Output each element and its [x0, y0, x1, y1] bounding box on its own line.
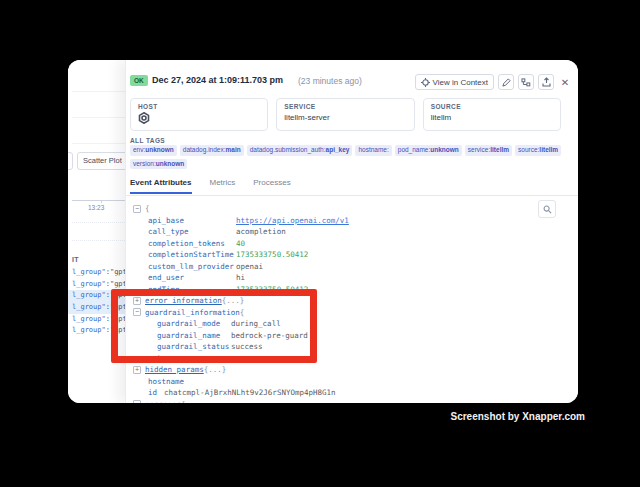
list-item[interactable]: l_group":"gpt- — [68, 290, 125, 302]
list-item[interactable]: l_group":"gpt- — [68, 302, 125, 314]
host-card[interactable]: HOST — [130, 98, 268, 131]
tab-processes[interactable]: Processes — [253, 178, 290, 194]
attribute-key[interactable]: end_user — [148, 272, 236, 284]
attribute-key[interactable]: guardrail_name — [157, 330, 231, 342]
tag-pill[interactable]: datadog.submission_auth:api_key — [247, 145, 353, 156]
attribute-key[interactable]: guardrail_information — [145, 307, 240, 319]
close-button[interactable]: ✕ — [558, 74, 572, 90]
collapse-icon[interactable]: − — [133, 205, 141, 213]
attribute-row-end_user: end_userhi — [133, 272, 574, 284]
expand-icon[interactable]: + — [133, 366, 141, 374]
attribute-row-guardrail_name: guardrail_namebedrock-pre-guard — [133, 330, 574, 342]
list-item[interactable]: l_group":"gpt-4o — [68, 279, 125, 291]
attribute-row-endTime: endTime1735333750.50412 — [133, 284, 574, 296]
tab-event-attributes[interactable]: Event Attributes — [130, 178, 192, 194]
attribute-row-guardrail_information: −guardrail_information { — [133, 307, 574, 319]
attribute-row-completionStartTime: completionStartTime1735333750.50412 — [133, 249, 574, 261]
tag-key: service: — [468, 146, 490, 153]
row-value: :"gpt- — [106, 315, 125, 323]
attribute-value: acompletion — [236, 226, 286, 238]
tag-list: env:unknowndatadog.index:maindatadog.sub… — [130, 145, 568, 169]
attribute-row-api_base: api_basehttps://api.openai.com/v1 — [133, 215, 574, 227]
tag-pill[interactable]: hostname: — [355, 145, 391, 156]
export-button[interactable] — [538, 74, 554, 90]
scatter-plot-button[interactable]: Scatter Plot — [77, 152, 128, 170]
tag-pill[interactable]: env:unknown — [130, 145, 177, 156]
tab-bar: Event AttributesMetricsProcesses — [130, 178, 291, 194]
divider — [72, 91, 125, 92]
row-value: :"gpt- — [106, 291, 125, 299]
attribute-value[interactable]: https://api.openai.com/v1 — [236, 215, 349, 227]
attribute-key[interactable]: error_information — [145, 295, 222, 307]
attribute-key[interactable]: custom_llm_provider — [148, 261, 236, 273]
watermark-text: Screenshot by Xnapper.com — [451, 411, 586, 422]
attribute-value: chatcmpl-AjBrxhNLht9v2J6rSNYOmp4pH8G1n — [164, 387, 336, 399]
attribute-key[interactable]: id — [148, 387, 164, 399]
attribute-value: bedrock-pre-guard — [231, 330, 308, 342]
attribute-key[interactable]: guardrail_mode — [157, 318, 231, 330]
host-hexagon-icon — [138, 112, 150, 124]
attribute-key[interactable]: call_type — [148, 226, 236, 238]
view-in-context-button[interactable]: View in Context — [415, 74, 494, 90]
collapse-icon[interactable]: − — [133, 308, 141, 316]
tag-key: source: — [518, 146, 539, 153]
relative-time: (23 minutes ago) — [298, 76, 362, 86]
partial-button[interactable] — [68, 152, 73, 170]
attribute-key[interactable]: messages — [145, 399, 181, 404]
attribute-key[interactable]: endTime — [148, 284, 236, 296]
brace: {...} — [222, 295, 245, 307]
list-item[interactable]: l_group":"gpt-4o — [68, 267, 125, 279]
row-key: l_group" — [72, 291, 106, 299]
tag-key: hostname: — [358, 146, 388, 153]
event-attributes-tree: −{api_basehttps://api.openai.com/v1call_… — [133, 203, 574, 403]
attribute-row-custom_llm_provider: custom_llm_provideropenai — [133, 261, 574, 273]
attribute-row-call_type: call_typeacompletion — [133, 226, 574, 238]
attribute-key[interactable]: guardrail_status — [157, 341, 231, 353]
scope-icon — [421, 78, 430, 87]
pencil-icon — [502, 78, 511, 87]
attribute-value: during_call — [231, 318, 281, 330]
collapse-icon[interactable]: − — [133, 400, 141, 403]
attribute-row-hidden_params: +hidden_params {...} — [133, 364, 574, 376]
divider — [72, 143, 125, 144]
meta-cards-row: HOST SERVICE litellm-server SOURCE litel… — [130, 98, 561, 131]
tag-value: unknown — [156, 160, 185, 167]
attribute-key[interactable]: hostname — [148, 376, 184, 388]
attribute-value: 1735333750.50412 — [236, 284, 308, 296]
related-items-button[interactable] — [518, 74, 534, 90]
tab-metrics[interactable]: Metrics — [210, 178, 236, 194]
tag-pill[interactable]: datadog.index:main — [180, 145, 244, 156]
row-value: :"gpt-4o — [106, 268, 125, 276]
export-icon — [542, 77, 551, 87]
list-item[interactable]: l_group":"gpt- — [68, 314, 125, 326]
brace: } — [157, 353, 162, 365]
tag-key: datadog.index: — [183, 146, 226, 153]
expand-icon[interactable]: + — [133, 297, 141, 305]
tag-pill[interactable]: source:litellm — [515, 145, 561, 156]
screenshot-background: Scatter Plot 13:23 IT l_group":"gpt-4ol_… — [0, 0, 640, 487]
tag-pill[interactable]: service:litellm — [465, 145, 512, 156]
attribute-row-id: idchatcmpl-AjBrxhNLht9v2J6rSNYOmp4pH8G1n — [133, 387, 574, 399]
attribute-row-guardrail_status: guardrail_statussuccess — [133, 341, 574, 353]
service-value: litellm-server — [284, 113, 406, 122]
edit-button[interactable] — [498, 74, 514, 90]
tag-value: unknown — [145, 146, 174, 153]
view-in-context-label: View in Context — [433, 78, 488, 87]
row-value: :"gpt- — [106, 326, 125, 334]
attribute-key[interactable]: hidden_params — [145, 364, 204, 376]
attribute-row: } — [133, 353, 574, 365]
attribute-key[interactable]: api_base — [148, 215, 236, 227]
tag-pill[interactable]: pod_name:unknown — [395, 145, 462, 156]
source-value: litellm — [431, 113, 553, 122]
source-card[interactable]: SOURCE litellm — [423, 98, 561, 131]
app-window: Scatter Plot 13:23 IT l_group":"gpt-4ol_… — [68, 60, 578, 403]
attribute-value: hi — [236, 272, 245, 284]
attribute-row-error_information: +error_information {...} — [133, 295, 574, 307]
attribute-key[interactable]: completionStartTime — [148, 249, 236, 261]
service-card[interactable]: SERVICE litellm-server — [276, 98, 414, 131]
attribute-row-completion_tokens: completion_tokens40 — [133, 238, 574, 250]
list-item[interactable]: l_group":"gpt- — [68, 325, 125, 337]
attribute-key[interactable]: completion_tokens — [148, 238, 236, 250]
tag-pill[interactable]: version:unknown — [130, 159, 187, 170]
event-detail-panel: OK Dec 27, 2024 at 1:09:11.703 pm (23 mi… — [125, 60, 578, 403]
